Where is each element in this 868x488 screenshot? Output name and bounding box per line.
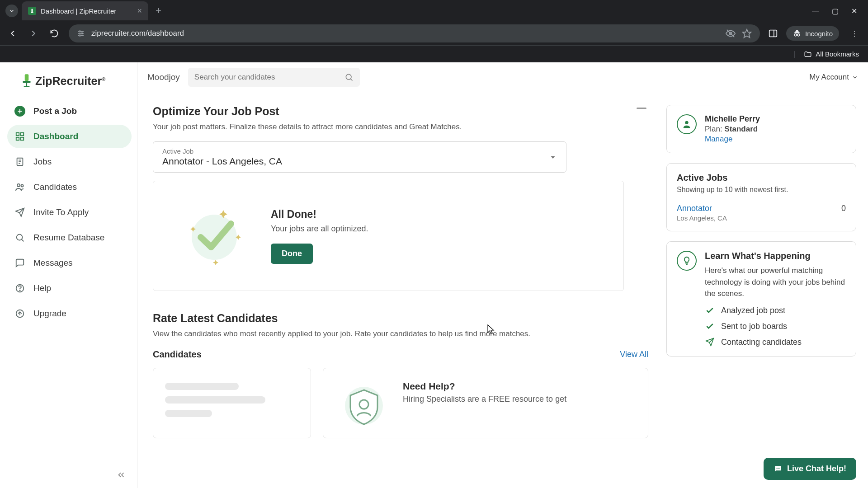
browser-menu[interactable]: ⋮ (847, 29, 862, 38)
plus-icon: + (14, 106, 25, 117)
done-button[interactable]: Done (271, 244, 313, 264)
rate-title: Rate Latest Candidates (153, 312, 648, 325)
active-jobs-card: Active Jobs Showing up to 10 with newest… (666, 163, 856, 231)
grid-icon (14, 131, 25, 142)
svg-point-13 (797, 34, 800, 36)
rate-section: Rate Latest Candidates View the candidat… (153, 312, 648, 438)
manage-link[interactable]: Manage (705, 135, 732, 144)
svg-marker-9 (743, 29, 751, 38)
learn-steps: Analyzed job post Sent to job boards Con… (705, 306, 846, 347)
svg-point-32 (19, 290, 20, 291)
active-job-name-link[interactable]: Annotator (677, 204, 727, 213)
user-name: Michelle Perry (705, 114, 760, 124)
logo-chair-icon (21, 73, 33, 89)
sidebar-collapse-button[interactable] (116, 470, 126, 480)
brand-logo[interactable]: ZipRecruiter® (7, 71, 132, 99)
side-panel-icon[interactable] (768, 28, 778, 38)
svg-point-43 (778, 468, 778, 469)
view-all-link[interactable]: View All (620, 350, 648, 359)
active-job-item: Annotator Los Angeles, CA 0 (677, 204, 846, 222)
new-tab-button[interactable]: + (152, 5, 165, 17)
account-label: My Account (809, 73, 849, 82)
nav-reload[interactable] (48, 27, 61, 40)
svg-line-30 (22, 239, 24, 242)
learn-step-label: Analyzed job post (721, 306, 785, 315)
sidebar-item-label: Help (33, 283, 51, 293)
sidebar-item-post-a-job[interactable]: + Post a Job (7, 99, 132, 123)
learn-step: Analyzed job post (705, 306, 846, 315)
sidebar-item-label: Upgrade (33, 309, 66, 319)
optimize-title: Optimize Your Job Post (153, 105, 279, 118)
svg-point-28 (21, 185, 24, 187)
upgrade-icon (14, 308, 25, 319)
window-minimize[interactable]: — (812, 7, 819, 15)
sidebar-item-upgrade[interactable]: Upgrade (7, 302, 132, 325)
browser-chrome: Dashboard | ZipRecruiter × + — ▢ ✕ zipre… (0, 0, 868, 62)
svg-point-5 (81, 33, 83, 34)
bookmark-star-icon[interactable] (742, 28, 752, 38)
window-close[interactable]: ✕ (851, 7, 857, 15)
eye-off-icon[interactable] (726, 28, 736, 38)
all-done-title: All Done! (271, 208, 368, 221)
lightbulb-icon (677, 251, 697, 271)
org-name: Moodjoy (147, 72, 180, 82)
chevron-down-icon (852, 74, 858, 80)
sidebar-item-resume-database[interactable]: Resume Database (7, 226, 132, 249)
logo-text: ZipRecruiter® (35, 75, 105, 88)
search-input[interactable] (194, 73, 340, 82)
send-icon (705, 338, 715, 347)
sidebar-item-jobs[interactable]: Jobs (7, 150, 132, 174)
learn-step-label: Sent to job boards (721, 322, 787, 331)
site-settings-icon[interactable] (77, 29, 85, 38)
my-account-dropdown[interactable]: My Account (809, 73, 858, 82)
svg-rect-21 (16, 137, 19, 140)
all-bookmarks-label: All Bookmarks (816, 50, 859, 58)
active-jobs-subtitle: Showing up to 10 with newest first. (677, 186, 846, 194)
address-bar[interactable]: ziprecruiter.com/dashboard (69, 24, 760, 42)
live-chat-label: Live Chat Help! (787, 464, 846, 474)
svg-rect-15 (25, 74, 29, 81)
svg-marker-37 (551, 156, 555, 158)
browser-tab[interactable]: Dashboard | ZipRecruiter × (22, 1, 148, 20)
nav-back[interactable] (6, 27, 19, 40)
learn-card: Learn What's Happening Here's what our p… (666, 241, 856, 357)
search-icon[interactable] (344, 73, 354, 82)
sidebar-item-invite-to-apply[interactable]: Invite To Apply (7, 201, 132, 224)
candidates-label: Candidates (153, 349, 202, 360)
svg-rect-19 (16, 133, 19, 136)
window-maximize[interactable]: ▢ (832, 7, 839, 15)
learn-step-label: Contacting candidates (721, 338, 802, 347)
document-icon (14, 156, 25, 167)
nav-forward[interactable] (27, 27, 40, 40)
learn-body: Here's what our powerful matching techno… (705, 265, 846, 300)
sidebar-item-messages[interactable]: Messages (7, 251, 132, 275)
sidebar-item-help[interactable]: Help (7, 277, 132, 300)
tab-bar: Dashboard | ZipRecruiter × + — ▢ ✕ (0, 0, 868, 22)
svg-point-35 (346, 74, 351, 80)
url-text: ziprecruiter.com/dashboard (91, 29, 719, 38)
live-chat-button[interactable]: Live Chat Help! (764, 458, 856, 480)
all-bookmarks-link[interactable]: All Bookmarks (804, 50, 859, 58)
optimize-header: Optimize Your Job Post (153, 105, 648, 118)
collapse-section-button[interactable] (637, 108, 646, 109)
window-controls: — ▢ ✕ (812, 7, 863, 15)
avatar-icon (677, 114, 697, 134)
chat-icon (14, 258, 25, 268)
app-root: ZipRecruiter® + Post a Job Dashboard Job… (0, 62, 868, 488)
active-job-select[interactable]: Active Job Annotator - Los Angeles, CA (153, 141, 566, 173)
svg-point-41 (685, 121, 688, 124)
content-row: Optimize Your Job Post Your job post mat… (137, 92, 868, 488)
tab-close-icon[interactable]: × (137, 6, 142, 16)
learn-step: Sent to job boards (705, 322, 846, 331)
svg-rect-10 (769, 30, 777, 37)
checkmark-illustration (180, 202, 248, 270)
select-label: Active Job (162, 147, 549, 155)
sidebar-item-candidates[interactable]: Candidates (7, 175, 132, 199)
tab-list-dropdown[interactable] (5, 5, 18, 17)
sidebar-item-dashboard[interactable]: Dashboard (7, 125, 132, 148)
svg-point-44 (778, 468, 779, 469)
incognito-indicator[interactable]: Incognito (786, 26, 839, 41)
sidebar-item-label: Resume Database (33, 233, 104, 243)
search-candidates-box[interactable] (188, 68, 360, 87)
need-help-body: Hiring Specialists are a FREE resource t… (403, 394, 566, 404)
